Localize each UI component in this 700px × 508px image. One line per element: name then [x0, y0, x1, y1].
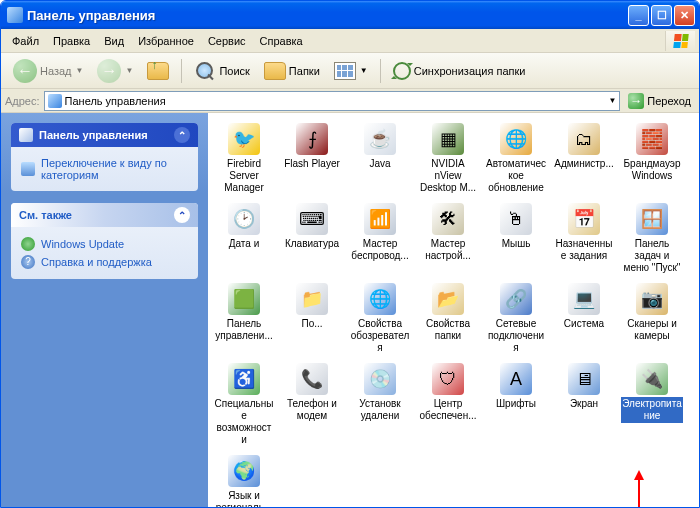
item-icon: 🛠 — [432, 203, 464, 235]
panel-header[interactable]: См. также ⌃ — [11, 203, 198, 227]
menu-edit[interactable]: Правка — [46, 32, 97, 50]
item-label: Центр обеспечен... — [417, 397, 479, 423]
item-label: Панель задач и меню "Пуск" — [621, 237, 683, 275]
control-panel-item[interactable]: 🪟Панель задач и меню "Пуск" — [620, 201, 684, 277]
control-panel-item[interactable]: 🌍Язык и региональ... — [212, 453, 276, 507]
item-icon: 📶 — [364, 203, 396, 235]
back-icon: ← — [13, 59, 37, 83]
toolbar: ← Назад ▼ → ▼ Поиск Папки ▼ Синхронизаци… — [1, 53, 699, 89]
switch-view-link[interactable]: Переключение к виду по категориям — [21, 155, 188, 183]
forward-icon: → — [97, 59, 121, 83]
control-panel-item[interactable]: 🗂Администр... — [552, 121, 616, 197]
control-panel-item[interactable]: 🌐Свойства обозревателя — [348, 281, 412, 357]
item-icon: 📞 — [296, 363, 328, 395]
menu-view[interactable]: Вид — [97, 32, 131, 50]
item-label: Назначенные задания — [553, 237, 615, 263]
maximize-button[interactable]: ☐ — [651, 5, 672, 26]
item-label: Свойства папки — [417, 317, 479, 343]
menubar: Файл Правка Вид Избранное Сервис Справка — [1, 29, 699, 53]
control-panel-item[interactable]: 🔗Сетевые подключения — [484, 281, 548, 357]
forward-button[interactable]: → ▼ — [91, 56, 139, 86]
item-icon: 📷 — [636, 283, 668, 315]
chevron-down-icon: ▼ — [360, 66, 368, 75]
sidebar: Панель управления ⌃ Переключение к виду … — [1, 113, 208, 507]
menu-favorites[interactable]: Избранное — [131, 32, 201, 50]
control-panel-item[interactable]: 🕑Дата и — [212, 201, 276, 277]
control-panel-item[interactable]: 💿Установк удалени — [348, 361, 412, 449]
control-panel-item[interactable]: 🖥Экран — [552, 361, 616, 449]
control-panel-item[interactable]: 🔌Электропитание — [620, 361, 684, 449]
minimize-button[interactable]: _ — [628, 5, 649, 26]
chevron-down-icon: ▼ — [76, 66, 84, 75]
item-icon: 📂 — [432, 283, 464, 315]
control-panel-item[interactable]: ⨍Flash Player — [280, 121, 344, 197]
search-button[interactable]: Поиск — [188, 56, 255, 86]
item-icon: 🗂 — [568, 123, 600, 155]
folders-button[interactable]: Папки — [258, 56, 326, 86]
see-also-panel: См. также ⌃ Windows Update ? Справка и п… — [11, 203, 198, 279]
item-icon: 🧱 — [636, 123, 668, 155]
control-panel-item[interactable]: 📅Назначенные задания — [552, 201, 616, 277]
chevron-down-icon[interactable]: ▼ — [608, 96, 616, 105]
control-panel-item[interactable]: ♿Специальные возможности — [212, 361, 276, 449]
collapse-icon: ⌃ — [174, 207, 190, 223]
views-button[interactable]: ▼ — [328, 56, 374, 86]
item-icon: 🖥 — [568, 363, 600, 395]
window-title: Панель управления — [27, 8, 628, 23]
item-label: Специальные возможности — [213, 397, 275, 447]
item-icon: 🖱 — [500, 203, 532, 235]
help-icon: ? — [21, 255, 35, 269]
control-panel-item[interactable]: 📷Сканеры и камеры — [620, 281, 684, 357]
menu-file[interactable]: Файл — [5, 32, 46, 50]
item-label: Электропитание — [621, 397, 683, 423]
item-label: Администр... — [553, 157, 615, 171]
item-label: Мышь — [485, 237, 547, 251]
control-panel-item[interactable]: 🌐Автоматическое обновление — [484, 121, 548, 197]
control-panel-item[interactable]: 🛡Центр обеспечен... — [416, 361, 480, 449]
back-button[interactable]: ← Назад ▼ — [7, 56, 89, 86]
item-label: Java — [349, 157, 411, 171]
item-icon: ☕ — [364, 123, 396, 155]
menu-help[interactable]: Справка — [253, 32, 310, 50]
windows-update-link[interactable]: Windows Update — [21, 235, 188, 253]
go-button[interactable]: → Переход — [624, 91, 695, 111]
item-label: Система — [553, 317, 615, 331]
control-panel-item[interactable]: 📁По... — [280, 281, 344, 357]
app-icon — [7, 7, 23, 23]
menu-tools[interactable]: Сервис — [201, 32, 253, 50]
control-panel-item[interactable]: 🧱Брандмауэр Windows — [620, 121, 684, 197]
control-panel-item[interactable]: ☕Java — [348, 121, 412, 197]
item-label: Flash Player — [281, 157, 343, 171]
address-input[interactable]: Панель управления ▼ — [44, 91, 621, 111]
control-panel-item[interactable]: 🖱Мышь — [484, 201, 548, 277]
control-panel-item[interactable]: 📶Мастер беспровод... — [348, 201, 412, 277]
up-button[interactable] — [141, 56, 175, 86]
throbber-icon — [665, 31, 695, 51]
control-panel-item[interactable]: ⌨Клавиатура — [280, 201, 344, 277]
item-label: Телефон и модем — [281, 397, 343, 423]
item-label: Брандмауэр Windows — [621, 157, 683, 183]
control-panel-item[interactable]: 🟩Панель управлени... — [212, 281, 276, 357]
control-panel-item[interactable]: 💻Система — [552, 281, 616, 357]
item-label: NVIDIA nView Desktop M... — [417, 157, 479, 195]
panel-icon — [19, 128, 33, 142]
control-panel-item[interactable]: AШрифты — [484, 361, 548, 449]
control-panel-item[interactable]: 🛠Мастер настрой... — [416, 201, 480, 277]
control-panel-item[interactable]: 🐦Firebird Server Manager — [212, 121, 276, 197]
item-icon: 🔌 — [636, 363, 668, 395]
control-panel-item[interactable]: 📂Свойства папки — [416, 281, 480, 357]
item-icon: 🪟 — [636, 203, 668, 235]
item-icon: 📅 — [568, 203, 600, 235]
item-icon: 🌍 — [228, 455, 260, 487]
panel-header[interactable]: Панель управления ⌃ — [11, 123, 198, 147]
control-panel-item[interactable]: 📞Телефон и модем — [280, 361, 344, 449]
item-icon: 🟩 — [228, 283, 260, 315]
sync-button[interactable]: Синхронизация папки — [387, 56, 532, 86]
item-label: Панель управлени... — [213, 317, 275, 343]
close-button[interactable]: ✕ — [674, 5, 695, 26]
control-panel-item[interactable]: ▦NVIDIA nView Desktop M... — [416, 121, 480, 197]
search-icon — [194, 60, 216, 82]
item-label: Язык и региональ... — [213, 489, 275, 507]
help-support-link[interactable]: ? Справка и поддержка — [21, 253, 188, 271]
item-label: Сетевые подключения — [485, 317, 547, 355]
